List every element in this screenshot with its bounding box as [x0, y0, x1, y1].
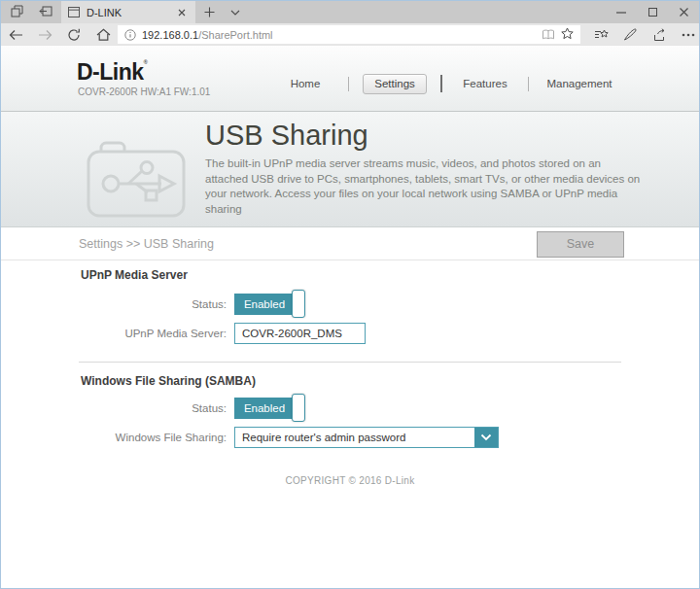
nav-settings[interactable]: Settings [363, 74, 427, 94]
star-icon [561, 27, 574, 40]
share-button[interactable] [648, 28, 670, 41]
forward-button[interactable] [30, 23, 59, 46]
samba-sharing-label: Windows File Sharing: [1, 432, 234, 443]
nav-separator [528, 77, 529, 91]
url-path: /SharePort.html [198, 29, 272, 41]
browser-tab[interactable]: D-LINK [61, 1, 195, 23]
samba-status-toggle[interactable]: Enabled [234, 398, 295, 419]
windows-file-sharing-dropdown[interactable]: Require router's admin password [234, 427, 499, 448]
nav-management[interactable]: Management [542, 78, 617, 89]
minimize-button[interactable] [606, 1, 637, 23]
set-tabs-aside-icon [11, 4, 23, 21]
url-host: 192.168.0.1 [142, 29, 198, 41]
nav-separator [440, 75, 442, 92]
usb-folder-icon [84, 137, 189, 225]
copyright-text: COPYRIGHT © 2016 D-Link [1, 475, 699, 486]
arrow-right-icon [38, 29, 52, 41]
settings-menu-button[interactable] [678, 33, 699, 37]
info-icon [124, 29, 136, 41]
arrow-left-icon [9, 29, 23, 41]
close-icon [680, 8, 688, 17]
share-icon [652, 28, 666, 41]
plus-icon [204, 7, 215, 17]
hub-button[interactable] [590, 28, 612, 41]
page-title: USB Sharing [205, 120, 368, 152]
upnp-status-label: Status: [1, 298, 234, 310]
main-nav: Home Settings Features Management [275, 73, 617, 94]
trademark-mark: ® [144, 59, 148, 65]
tab-preview-toggle[interactable] [223, 1, 248, 23]
samba-status-label: Status: [1, 402, 234, 414]
close-window-button[interactable] [668, 1, 699, 23]
breadcrumb-bar: Settings >> USB Sharing Save [1, 227, 699, 260]
nav-home[interactable]: Home [275, 78, 335, 89]
maximize-button[interactable] [637, 1, 668, 23]
samba-sharing-row: Windows File Sharing: Require router's a… [1, 425, 699, 450]
ellipsis-icon [682, 33, 695, 37]
home-button[interactable] [88, 23, 118, 46]
minimize-icon [616, 12, 626, 14]
upnp-server-row: UPnP Media Server: [1, 321, 699, 346]
tab-favicon-icon [68, 4, 80, 21]
breadcrumb: Settings >> USB Sharing [79, 237, 214, 251]
upnp-status-row: Status: Enabled [1, 290, 699, 319]
nav-features[interactable]: Features [455, 78, 515, 89]
site-header: D-Link® COVR-2600R HW:A1 FW:1.01 Home Se… [1, 46, 699, 112]
chevron-down-icon [480, 433, 492, 441]
add-favorite-button[interactable] [561, 26, 574, 44]
samba-status-row: Status: Enabled [1, 394, 699, 423]
save-button[interactable]: Save [537, 231, 624, 258]
tab-title: D-LINK [87, 7, 168, 18]
refresh-button[interactable] [59, 23, 88, 46]
book-icon [542, 29, 555, 40]
maximize-icon [648, 8, 657, 17]
upnp-section-heading: UPnP Media Server [81, 268, 699, 282]
nav-separator [348, 77, 349, 91]
close-icon [178, 9, 186, 17]
chevron-down-icon [230, 10, 240, 16]
favorites-list-icon [594, 28, 609, 41]
new-tab-button[interactable] [195, 1, 223, 23]
toggle-knob[interactable] [292, 394, 305, 422]
section-divider [79, 362, 621, 363]
dropdown-selected-value: Require router's admin password [235, 428, 474, 447]
tabs-set-aside-button[interactable] [36, 1, 55, 23]
device-info: COVR-2600R HW:A1 FW:1.01 [78, 87, 210, 97]
upnp-server-input[interactable] [234, 323, 366, 344]
address-bar[interactable]: 192.168.0.1/SharePort.html [118, 25, 580, 44]
settings-form: UPnP Media Server Status: Enabled UPnP M… [1, 268, 699, 486]
upnp-status-value: Enabled [244, 298, 285, 310]
tab-bar: D-LINK [1, 1, 699, 23]
dropdown-arrow-button[interactable] [474, 428, 498, 447]
browser-toolbar: 192.168.0.1/SharePort.html [1, 23, 699, 46]
toggle-knob[interactable] [292, 290, 305, 318]
set-tabs-aside-button[interactable] [7, 1, 26, 23]
samba-section-heading: Windows File Sharing (SAMBA) [81, 374, 699, 388]
page-description: The built-in UPnP media server streams m… [205, 156, 645, 217]
browser-window: D-LINK [0, 0, 700, 589]
back-button[interactable] [1, 23, 30, 46]
upnp-server-label: UPnP Media Server: [1, 328, 234, 339]
reading-view-button[interactable] [542, 26, 555, 44]
tab-close-button[interactable] [175, 1, 189, 23]
web-note-button[interactable] [619, 28, 641, 41]
samba-status-value: Enabled [244, 402, 285, 414]
upnp-status-toggle[interactable]: Enabled [234, 294, 295, 315]
pen-icon [623, 28, 637, 41]
hero-banner: USB Sharing The built-in UPnP media serv… [1, 112, 699, 227]
dlink-logo: D-Link® [77, 59, 147, 86]
home-icon [96, 28, 111, 41]
tabs-preview-icon [39, 4, 52, 21]
refresh-icon [67, 28, 81, 42]
